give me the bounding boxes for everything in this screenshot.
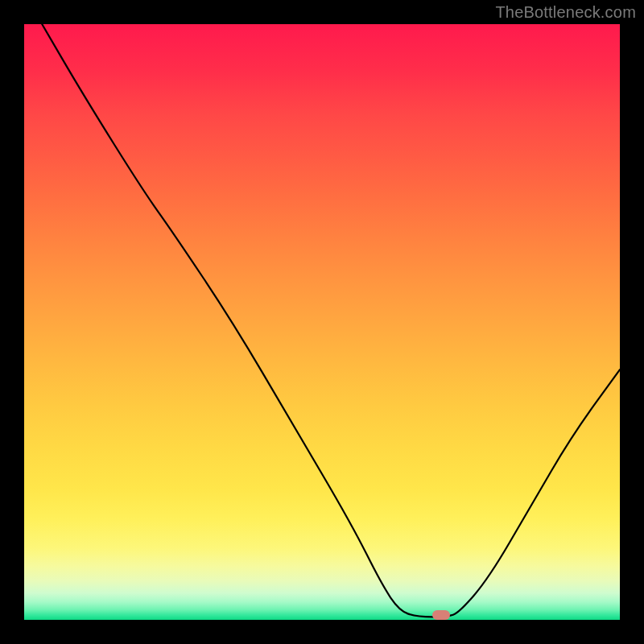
- watermark-text: TheBottleneck.com: [495, 3, 636, 22]
- curve-path: [42, 24, 620, 617]
- bottleneck-curve: [24, 24, 620, 620]
- optimum-marker: [432, 610, 450, 620]
- chart-frame: TheBottleneck.com: [0, 0, 644, 644]
- plot-area: [24, 24, 620, 620]
